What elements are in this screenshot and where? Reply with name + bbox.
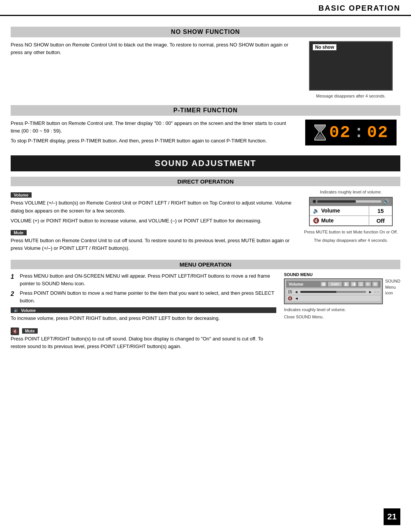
close-sound-menu-caption: Close SOUND Menu.	[284, 314, 324, 320]
mute-badge: Mute	[11, 230, 27, 235]
ptimer-visual: 02 : 02	[301, 120, 400, 145]
indicates-volume-label: Indicates roughly level of volume.	[320, 189, 382, 195]
ptimer-digits1: 02	[329, 123, 351, 142]
direct-operation-visual: Indicates roughly level of volume. 🔊 🔉 V…	[301, 189, 400, 243]
sm-vol-fill	[300, 291, 336, 293]
volume-display-box: 🔊 🔉 Volume 15 🔇 Mute	[309, 197, 393, 226]
sm-mute-arrow: ◄	[295, 296, 298, 300]
mute-row-label: 🔇 Mute	[310, 216, 369, 225]
vol-dot-left	[313, 200, 316, 203]
ptimer-description: Press P-TIMER button on Remote Control u…	[11, 120, 294, 147]
noshow-content: Press NO SHOW button on Remote Control U…	[11, 41, 400, 98]
sound-menu-image: Volume ▤ Auto ◧ ◨ ◫ ⊳ ⊟ 15	[284, 278, 383, 304]
noshow-box-label: No show	[313, 44, 336, 50]
noshow-caption: Message disappears after 4 seconds.	[316, 94, 386, 98]
display-disappears-caption: The display disappears after 4 seconds.	[314, 238, 388, 243]
menu-operation-steps: 1 Press MENU button and ON-SCREEN MENU w…	[11, 272, 276, 304]
menu-operation-header: MENU OPERATION	[11, 260, 400, 269]
sm-icon-auto: Auto	[328, 281, 342, 287]
noshow-box: No show	[309, 41, 393, 91]
sound-menu-visual: SOUND MENU Volume ▤ Auto ◧ ◨ ◫ ⊳ ⊟	[284, 272, 400, 320]
menu-volume-icon: 🔉	[14, 308, 19, 313]
noshow-section-header: NO SHOW FUNCTION	[11, 27, 400, 37]
direct-operation-header: DIRECT OPERATION	[11, 177, 400, 186]
svg-text:🔇: 🔇	[12, 328, 18, 334]
mute-value: Off	[369, 216, 392, 225]
volume-icon: 🔉	[313, 208, 319, 214]
speaker-icon: 🔊	[383, 199, 389, 204]
menu-operation-content: 1 Press MENU button and ON-SCREEN MENU w…	[11, 272, 400, 353]
sm-vol-arrow-left: ◄	[294, 290, 298, 294]
volume-value: 15	[369, 206, 392, 216]
direct-operation-description: Volume Press VOLUME (+/–) button(s) on R…	[11, 189, 294, 254]
ptimer-content: Press P-TIMER button on Remote Control u…	[11, 120, 400, 147]
menu-operation-description: 1 Press MENU button and ON-SCREEN MENU w…	[11, 272, 276, 353]
sound-menu-icons: ▤ Auto ◧ ◨ ◫ ⊳ ⊟	[320, 281, 378, 287]
sm-vol-track	[300, 291, 366, 293]
sm-icon-2: ◧	[343, 281, 349, 287]
indicates-roughly-text: Indicates roughly level of volume.	[284, 307, 346, 312]
sm-icon-1: ▤	[320, 281, 327, 287]
sound-menu-titlebar: Volume ▤ Auto ◧ ◨ ◫ ⊳ ⊟	[286, 281, 381, 288]
direct-operation-content: Volume Press VOLUME (+/–) button(s) on R…	[11, 189, 400, 254]
sm-vol-left-icon: 15	[288, 290, 292, 294]
noshow-description: Press NO SHOW button on Remote Control U…	[11, 41, 294, 59]
ptimer-section-header: P-TIMER FUNCTION	[11, 105, 400, 116]
indicates-vol-caption: Indicates roughly level of volume.	[284, 307, 346, 312]
hourglass-icon	[313, 124, 327, 141]
sm-vol-num	[374, 291, 379, 293]
sm-icon-5: ⊳	[365, 281, 371, 287]
sound-menu-title: SOUND MENU	[284, 272, 312, 277]
mute-icon: 🔇	[313, 217, 319, 224]
volume-row-label: 🔉 Volume	[310, 206, 369, 215]
page-number: 21	[384, 508, 400, 525]
vol-bar-fill	[317, 200, 356, 203]
mute-row: 🔇 Mute Off	[310, 216, 392, 225]
page-title: BASIC OPERATION	[319, 4, 400, 13]
sound-adjustment-header: SOUND ADJUSTMENT	[11, 155, 400, 171]
volume-slider-row: 🔊	[310, 198, 392, 206]
ptimer-display-box: 02 : 02	[305, 120, 397, 145]
ptimer-colon: :	[354, 123, 364, 142]
page-header: BASIC OPERATION	[0, 0, 411, 16]
sound-menu-volume-row: 15 ◄ ►	[286, 289, 381, 295]
noshow-visual: No show Message disappears after 4 secon…	[301, 41, 400, 98]
sm-icon-4: ◫	[358, 281, 364, 287]
menu-mute-badge: Mute	[22, 328, 38, 334]
svg-marker-2	[315, 133, 325, 140]
sm-icon-3: ◨	[350, 281, 357, 287]
step-number-1: 1	[11, 272, 17, 281]
press-mute-caption: Press MUTE button to set Mute function O…	[304, 229, 398, 235]
vol-bar-track	[317, 200, 381, 203]
sm-vol-arrow-right: ►	[368, 290, 372, 294]
sm-mute-icon: 🔇	[288, 296, 292, 300]
ptimer-digits2: 02	[367, 123, 389, 142]
mute-badge-icon: 🔇	[11, 328, 19, 335]
volume-badge: Volume	[11, 192, 32, 198]
menu-step-1: 1 Press MENU button and ON-SCREEN MENU w…	[11, 272, 276, 287]
step-number-2: 2	[11, 289, 17, 299]
sound-menu-mute-row: 🔇 ◄	[286, 296, 381, 301]
menu-volume-badge: 🔉 Volume	[11, 307, 276, 313]
volume-rows: 🔉 Volume 15 🔇 Mute Off	[310, 206, 392, 225]
sound-menu-icon-label: SOUND Menu icon	[385, 278, 400, 296]
sm-icon-6: ⊟	[372, 281, 378, 287]
volume-row: 🔉 Volume 15	[310, 206, 392, 216]
close-sound-menu-text: Close SOUND Menu.	[284, 315, 324, 319]
menu-step-2: 2 Press POINT DOWN button to move a red …	[11, 289, 276, 304]
